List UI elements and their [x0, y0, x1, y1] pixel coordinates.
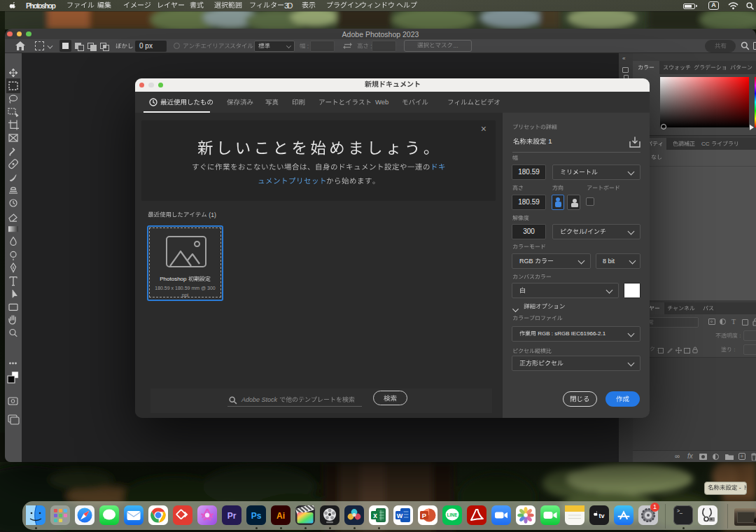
- svg-text:W: W: [397, 512, 403, 519]
- svg-text:Ps: Ps: [251, 511, 262, 521]
- svg-text:P: P: [422, 512, 427, 519]
- svg-text:x: x: [373, 512, 377, 519]
- svg-text:LINE: LINE: [447, 512, 458, 517]
- svg-text:tv: tv: [598, 512, 604, 519]
- svg-text:>_: >_: [677, 508, 682, 514]
- svg-text:Ai: Ai: [276, 511, 285, 521]
- svg-text:Pr: Pr: [227, 511, 237, 521]
